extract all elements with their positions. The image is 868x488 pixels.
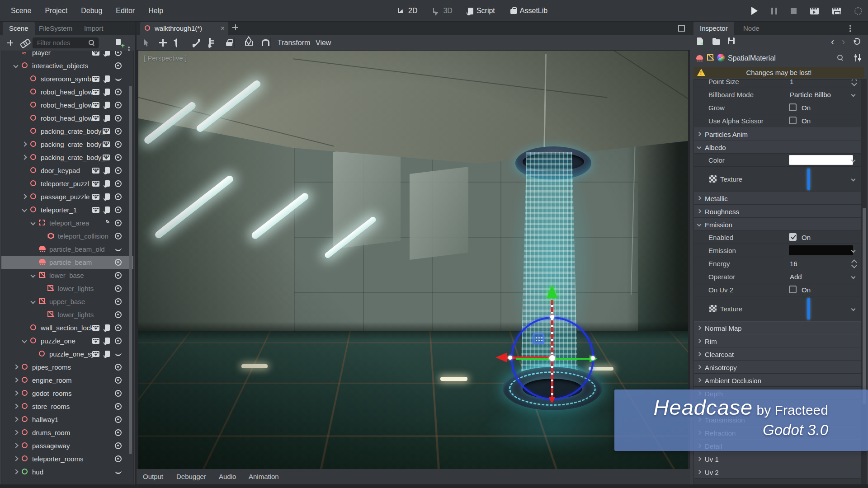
visibility-toggle-icon[interactable] [115, 180, 122, 187]
expand-chevron-icon[interactable] [13, 364, 18, 369]
visibility-toggle-icon[interactable] [115, 429, 122, 436]
menu-editor[interactable]: Editor [116, 7, 135, 15]
script-icon[interactable] [105, 89, 110, 95]
visibility-toggle-icon[interactable] [115, 272, 122, 279]
visibility-toggle-icon[interactable] [115, 416, 122, 423]
visibility-toggle-icon[interactable] [115, 167, 122, 174]
script-icon[interactable] [105, 167, 110, 174]
menu-project[interactable]: Project [45, 7, 67, 15]
film-icon[interactable] [103, 155, 110, 160]
script-icon[interactable] [105, 206, 110, 213]
perspective-menu[interactable]: [ Perspective ] [144, 54, 187, 62]
tree-row-teleporter-puzzl[interactable]: teleporter_puzzl [1, 177, 133, 190]
script-icon[interactable] [105, 102, 110, 108]
texture-preview[interactable] [807, 169, 810, 190]
visibility-toggle-icon[interactable] [115, 298, 122, 305]
expand-chevron-icon[interactable] [13, 469, 18, 474]
rotate-tool-icon[interactable] [175, 38, 177, 47]
instance-scene-button[interactable] [19, 38, 29, 48]
visibility-toggle-icon[interactable] [115, 154, 122, 161]
category-emission[interactable]: Emission [694, 218, 861, 231]
gizmo-green-axis[interactable] [516, 358, 594, 360]
film-icon[interactable] [92, 194, 99, 200]
save-resource-icon[interactable] [728, 38, 735, 44]
tree-row-storeroom-symb[interactable]: storeroom_symb [1, 72, 133, 85]
film-icon[interactable] [92, 168, 99, 174]
visibility-toggle-icon[interactable] [115, 352, 122, 356]
visibility-toggle-icon[interactable] [115, 324, 122, 331]
select-tool-icon[interactable] [144, 39, 150, 47]
expand-chevron-icon[interactable] [13, 443, 18, 448]
visibility-toggle-icon[interactable] [115, 248, 122, 251]
visibility-toggle-icon[interactable] [115, 285, 122, 292]
visibility-toggle-icon[interactable] [115, 338, 122, 344]
visibility-toggle-icon[interactable] [115, 259, 122, 266]
tree-row-lower-lights[interactable]: lower_lights [1, 308, 133, 321]
tree-row-packing-crate-body-[interactable]: packing_crate_body_ [1, 151, 133, 164]
tree-row-lower-base[interactable]: lower_base [1, 269, 133, 282]
visibility-toggle-icon[interactable] [115, 128, 122, 135]
tree-row-packing-crate-body-[interactable]: packing_crate_body_ [1, 138, 133, 151]
visibility-toggle-icon[interactable] [115, 89, 122, 95]
tree-row-teleport-area[interactable]: teleport_area [1, 216, 133, 230]
script-icon[interactable] [105, 324, 110, 331]
checkbox[interactable] [789, 286, 797, 293]
visibility-toggle-icon[interactable] [115, 77, 122, 81]
bottom-tab-debugger[interactable]: Debugger [176, 469, 206, 484]
visibility-toggle-icon[interactable] [115, 390, 122, 397]
category-metallic[interactable]: Metallic [694, 192, 861, 205]
film-icon[interactable] [92, 325, 99, 331]
film-icon[interactable] [92, 207, 99, 213]
tree-row-teleporter-rooms[interactable]: teleporter_rooms [1, 452, 133, 465]
visibility-toggle-icon[interactable] [115, 403, 122, 410]
tree-row-robot-head-glow[interactable]: robot_head_glow [1, 99, 133, 112]
film-icon[interactable] [92, 338, 99, 344]
category-clearcoat[interactable]: Clearcoat [694, 347, 861, 361]
visibility-toggle-icon[interactable] [115, 141, 122, 148]
expand-chevron-icon[interactable] [22, 194, 27, 199]
category-normal-map[interactable]: Normal Map [694, 321, 861, 334]
tree-row-robot-head-glow[interactable]: robot_head_glow [1, 112, 133, 125]
tree-row-passage-puzzle[interactable]: passage_puzzle [1, 190, 133, 203]
tab-import[interactable]: Import [78, 22, 110, 35]
tree-row-particle-beam[interactable]: particle_beam [1, 256, 133, 269]
visibility-toggle-icon[interactable] [115, 470, 122, 474]
expand-chevron-icon[interactable] [13, 417, 18, 422]
dropdown-icon[interactable] [851, 274, 856, 279]
visibility-toggle-icon[interactable] [115, 442, 122, 449]
bottom-tab-audio[interactable]: Audio [219, 469, 236, 484]
film-icon[interactable] [92, 76, 99, 82]
visibility-toggle-icon[interactable] [115, 364, 122, 371]
film-icon[interactable] [92, 351, 99, 357]
property-color[interactable]: Color [694, 154, 861, 167]
tree-row-hud[interactable]: hud [1, 465, 133, 479]
tree-row-puzzle-one[interactable]: puzzle_one [1, 334, 133, 347]
tree-row-player[interactable]: player [1, 51, 133, 59]
category-roughness[interactable]: Roughness [694, 205, 861, 218]
script-view-button[interactable]: Script [468, 7, 495, 15]
expand-chevron-icon[interactable] [13, 63, 18, 68]
tree-row-robot-head-glow[interactable]: robot_head_glow [1, 85, 133, 99]
script-icon[interactable] [105, 351, 110, 357]
property-use-alpha-scissor[interactable]: Use Alpha ScissorOn [694, 114, 861, 127]
tree-row-lower-lights[interactable]: lower_lights [1, 282, 133, 295]
tree-row-engine-room[interactable]: engine_room [1, 374, 133, 387]
checkbox[interactable] [789, 103, 797, 111]
tree-row-particle-beam-old[interactable]: particle_beam_old [1, 243, 133, 256]
dropdown-icon[interactable] [851, 177, 856, 181]
expand-chevron-icon[interactable] [22, 338, 27, 343]
scene-tree-scrollbar[interactable] [129, 86, 132, 454]
film-icon[interactable] [103, 141, 110, 147]
expand-chevron-icon[interactable] [13, 404, 18, 408]
tree-row-packing-crate-body-[interactable]: packing_crate_body_ [1, 125, 133, 138]
history-icon[interactable] [854, 38, 860, 45]
tree-row-drums-room[interactable]: drums_room [1, 426, 133, 439]
category-rim[interactable]: Rim [694, 334, 861, 347]
expand-chevron-icon[interactable] [22, 207, 27, 212]
spinbox-arrows-icon[interactable] [852, 79, 856, 85]
tab-scene[interactable]: Scene [3, 22, 35, 35]
2d-view-button[interactable]: 2D [398, 7, 417, 15]
expand-chevron-icon[interactable] [30, 220, 35, 225]
category-ambient-occlusion[interactable]: Ambient Occlusion [694, 374, 861, 387]
tree-row-teleport-collision[interactable]: teleport_collision [1, 230, 133, 243]
